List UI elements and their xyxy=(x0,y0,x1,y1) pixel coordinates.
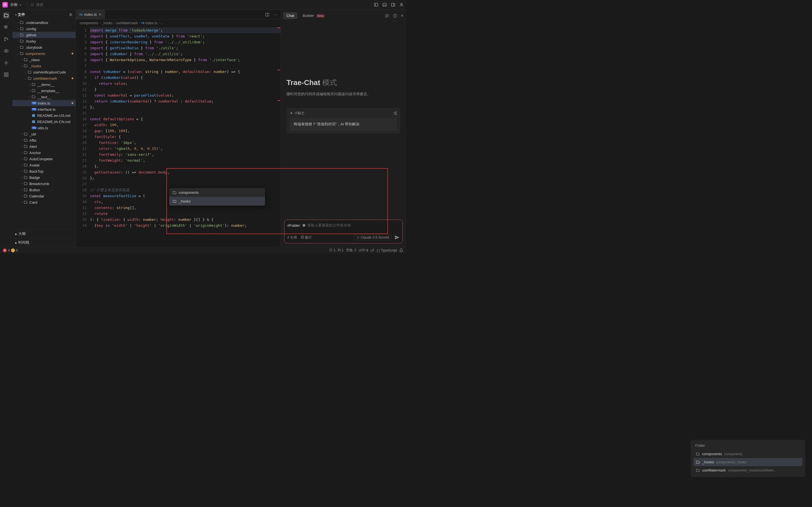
sidebar-header[interactable]: ▾ 文件 xyxy=(12,10,75,19)
encoding-indicator[interactable]: UTF-8 xyxy=(359,248,368,252)
tree-folder[interactable]: ›Calendar xyxy=(12,193,75,199)
send-icon[interactable] xyxy=(395,235,400,240)
svg-point-9 xyxy=(4,25,7,29)
notifications-icon[interactable] xyxy=(399,248,403,252)
search-activity-icon[interactable] xyxy=(3,24,10,31)
popup-item[interactable]: components xyxy=(169,188,265,197)
tree-folder[interactable]: ›Anchor xyxy=(12,150,75,156)
more-icon[interactable]: ⋯ xyxy=(273,12,277,17)
code-content[interactable]: import merge from 'lodash/merge';import … xyxy=(90,27,281,247)
folder-breadcrumb-popup[interactable]: components _hooks xyxy=(169,188,265,206)
tree-folder[interactable]: ›__test__ xyxy=(12,94,75,100)
chat-subtitle: 随时对您的代码库或编程相关问题提问或寻求建议。 xyxy=(287,92,400,97)
svg-point-28 xyxy=(71,14,71,15)
tree-file[interactable]: README.en-US.md xyxy=(12,112,75,119)
tree-folder[interactable]: ›AutoComplete xyxy=(12,156,75,162)
history-icon[interactable] xyxy=(393,13,397,18)
tree-folder[interactable]: ›.github xyxy=(12,32,75,38)
split-editor-icon[interactable] xyxy=(265,12,269,17)
tree-folder[interactable]: ›BackTop xyxy=(12,168,75,174)
timeline-section[interactable]: ▸ 时间线 xyxy=(12,238,75,247)
tree-folder[interactable]: ›.husky xyxy=(12,38,75,44)
editor-tab[interactable]: TS index.ts ✕ xyxy=(76,10,105,19)
svg-point-11 xyxy=(4,38,5,38)
chat-input[interactable]: #Folder: 请输入要搜索的文件夹名称 # 引用 图片 Claude-3.5… xyxy=(284,220,403,243)
extensions-icon[interactable] xyxy=(3,71,10,78)
tree-folder[interactable]: ›.codesandbox xyxy=(12,19,75,25)
tree-folder[interactable]: ›useVerificationCode xyxy=(12,69,75,75)
statusbar: ✕ 4 ! 0 行 1, 列 1 空格: 2 UTF-8 LF { }TypeS… xyxy=(0,247,406,253)
timeline-label: 时间线 xyxy=(18,240,29,245)
explorer-icon[interactable] xyxy=(3,12,10,19)
close-icon[interactable]: ✕ xyxy=(401,13,404,18)
editor-tabs: TS index.ts ✕ ⋯ xyxy=(76,10,281,19)
search-placeholder: 搜索 xyxy=(36,2,43,7)
tree-folder[interactable]: ›__template__ xyxy=(12,88,75,94)
tree-file[interactable]: README.zh-CN.md xyxy=(12,119,75,125)
panel-right-icon[interactable] xyxy=(391,3,395,7)
problems-indicator[interactable]: ✕ 4 ! 0 xyxy=(3,248,18,252)
svg-rect-22 xyxy=(4,75,6,76)
shuffle-icon[interactable] xyxy=(393,111,397,115)
svg-rect-21 xyxy=(7,73,8,74)
folder-icon xyxy=(172,200,176,203)
svg-point-8 xyxy=(401,3,402,5)
svg-rect-4 xyxy=(383,3,386,6)
chat-tabs: Chat Builder Beta ✕ xyxy=(281,10,406,21)
global-search[interactable]: 搜索 xyxy=(31,2,43,7)
language-indicator[interactable]: { }TypeScript xyxy=(377,248,397,252)
popup-item[interactable]: _hooks xyxy=(169,197,265,206)
tree-file[interactable]: TSindex.ts xyxy=(12,100,75,106)
debug-icon[interactable] xyxy=(3,59,10,66)
warning-icon: ! xyxy=(11,248,15,252)
tree-folder[interactable]: ›Avatar xyxy=(12,162,75,168)
tree-folder[interactable]: ›Badge xyxy=(12,174,75,180)
chat-panel: Chat Builder Beta ✕ Trae-Chat 模式 随时对您的代码… xyxy=(281,10,406,247)
close-icon[interactable]: ✕ xyxy=(98,12,101,17)
tips-body[interactable]: 终端有报错？"添加到对话"，AI 帮你解决 xyxy=(290,118,397,131)
chevron-right-icon: ▸ xyxy=(15,240,17,245)
eol-indicator[interactable]: LF xyxy=(370,248,374,252)
tree-file[interactable]: TSutils.ts xyxy=(12,125,75,131)
tab-chat[interactable]: Chat xyxy=(283,12,297,19)
panel-left-icon[interactable] xyxy=(374,3,378,7)
outline-section[interactable]: ▸ 大纲 xyxy=(12,229,75,238)
tree-file[interactable]: TSinterface.ts xyxy=(12,106,75,112)
tab-filename: index.ts xyxy=(84,12,97,17)
tree-folder[interactable]: ⌄_hooks xyxy=(12,63,75,69)
tree-folder[interactable]: ›Card xyxy=(12,199,75,205)
user-icon[interactable] xyxy=(399,3,404,7)
indent-indicator[interactable]: 空格: 2 xyxy=(346,248,356,252)
tree-folder[interactable]: ⌄components xyxy=(12,50,75,57)
app-title: 示例 xyxy=(10,2,17,7)
tree-folder[interactable]: ›__demo__ xyxy=(12,81,75,88)
cursor-position[interactable]: 行 1, 列 1 xyxy=(329,248,344,252)
source-control-icon[interactable] xyxy=(3,36,10,43)
titlebar: 示 示例 ▾ 搜索 xyxy=(0,0,406,10)
image-button[interactable]: 图片 xyxy=(301,235,312,240)
ts-badge: TS xyxy=(141,22,145,24)
reference-button[interactable]: # 引用 xyxy=(287,235,297,240)
new-chat-icon[interactable] xyxy=(385,13,389,18)
tree-folder[interactable]: ›Button xyxy=(12,187,75,193)
tree-folder[interactable]: ›Alert xyxy=(12,144,75,150)
tree-folder[interactable]: ›.storybook xyxy=(12,44,75,50)
tab-builder[interactable]: Builder Beta xyxy=(299,12,328,19)
model-selector[interactable]: Claude-3.5-Sonnet xyxy=(354,235,392,240)
chevron-down-icon[interactable]: ▾ xyxy=(20,3,21,6)
preview-icon[interactable] xyxy=(3,48,10,54)
tree-folder[interactable]: ›_util xyxy=(12,131,75,137)
panel-bottom-icon[interactable] xyxy=(382,3,387,7)
tree-folder[interactable]: ›Breadcrumb xyxy=(12,180,75,187)
chat-body: Trae-Chat 模式 随时对您的代码库或编程相关问题提问或寻求建议。 ✦ 小… xyxy=(281,21,406,220)
minimap[interactable] xyxy=(277,27,281,247)
settings-icon[interactable] xyxy=(69,13,73,17)
tree-folder[interactable]: ›_class xyxy=(12,57,75,63)
file-tree[interactable]: ›.codesandbox›.config›.github›.husky›.st… xyxy=(12,19,75,229)
tree-folder[interactable]: ›.config xyxy=(12,25,75,32)
tree-folder[interactable]: ›Affix xyxy=(12,137,75,144)
breadcrumbs[interactable]: components› _hooks› useWatermark› TS ind… xyxy=(76,19,281,27)
svg-point-0 xyxy=(31,3,33,6)
tree-folder[interactable]: ⌄useWatermark xyxy=(12,75,75,81)
code-editor[interactable]: 1234567891011121314151617181920212223242… xyxy=(76,27,281,247)
